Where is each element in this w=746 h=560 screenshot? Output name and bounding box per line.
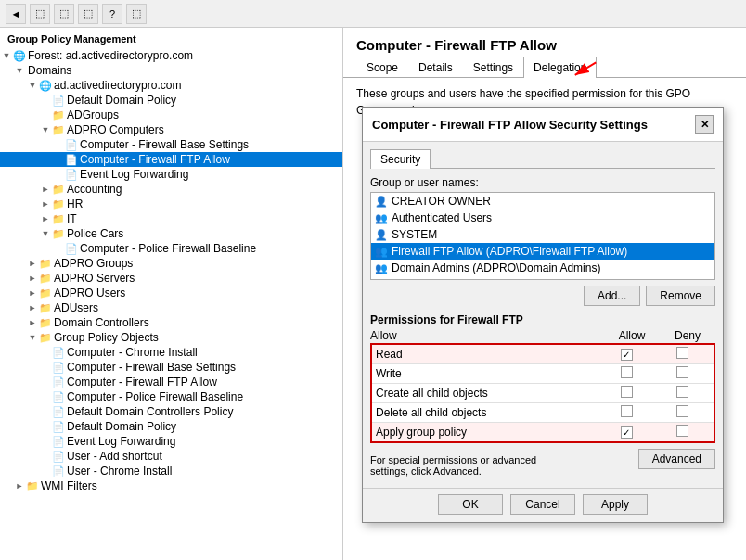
tree-item-gpo-firewall-ftp[interactable]: 📄Computer - Firewall FTP Allow (0, 375, 342, 389)
perm-allow-checkbox[interactable] (621, 426, 633, 439)
dialog-tabs: Security (370, 149, 715, 169)
toolbar-btn-1[interactable]: ⬚ (30, 4, 50, 24)
user-list-item[interactable]: 👤SYSTEM (371, 226, 714, 243)
tree-item-gpo-police[interactable]: 📄Computer - Police Firewall Baseline (0, 389, 342, 404)
cancel-button[interactable]: Cancel (510, 494, 575, 515)
tree-icon-adgroups: 📁 (52, 109, 65, 121)
tree-icon-gpo-event-log: 📄 (52, 436, 65, 448)
tree-item-forest[interactable]: ▼🌐Forest: ad.activedirectorypro.com (0, 48, 342, 63)
tree-item-gpo-default-dc[interactable]: 📄Default Domain Controllers Policy (0, 404, 342, 419)
tree-item-gpo-firewall-base[interactable]: 📄Computer - Firewall Base Settings (0, 360, 342, 375)
tree-label-it: IT (67, 212, 77, 225)
perm-allow-checkbox[interactable] (621, 349, 633, 361)
perm-deny-checkbox[interactable] (676, 347, 688, 359)
tree-item-gpo-user-chrome[interactable]: 📄User - Chrome Install (0, 464, 342, 478)
perm-deny-cell (654, 366, 710, 381)
tree-expand-hr[interactable]: ► (39, 199, 52, 209)
tree-item-police-cars[interactable]: ▼📁Police Cars (0, 226, 342, 241)
user-list: 👤CREATOR OWNER👥Authenticated Users👤SYSTE… (370, 192, 715, 280)
tree-label-domains: Domains (28, 64, 71, 77)
perm-deny-checkbox[interactable] (676, 425, 688, 437)
user-list-item[interactable]: 👥Domain Admins (ADPRO\Domain Admins) (371, 260, 714, 276)
tree-item-gpo-chrome[interactable]: 📄Computer - Chrome Install (0, 345, 342, 360)
tree-label-gpo-default-domain: Default Domain Policy (67, 420, 176, 433)
dialog-tab-security[interactable]: Security (370, 149, 431, 169)
tree-expand-ad[interactable]: ▼ (26, 81, 39, 90)
tree-item-ad[interactable]: ▼🌐ad.activedirectorypro.com (0, 78, 342, 93)
tree-icon-gpo-default-domain: 📄 (52, 421, 65, 433)
user-list-item[interactable]: 👤CREATOR OWNER (371, 193, 714, 210)
perm-deny-cell (654, 347, 710, 362)
tree-item-adgroups[interactable]: 📁ADGroups (0, 108, 342, 122)
tree-icon-ad: 🌐 (39, 80, 52, 92)
user-list-item[interactable]: 👥Authenticated Users (371, 210, 714, 226)
tree-icon-wmi-filters: 📁 (26, 480, 39, 492)
add-remove-buttons: Add... Remove (370, 286, 715, 306)
tree-item-computer-police-baseline[interactable]: 📄Computer - Police Firewall Baseline (0, 241, 342, 256)
tree-item-adpro-groups[interactable]: ►📁ADPRO Groups (0, 256, 342, 271)
tree-item-domain-controllers[interactable]: ►📁Domain Controllers (0, 315, 342, 330)
group-user-label: Group or user names: (370, 176, 715, 189)
tree-expand-domains[interactable]: ▼ (13, 66, 26, 75)
tree-label-gpo-event-log: Event Log Forwarding (67, 435, 175, 448)
tree-item-event-log[interactable]: 📄Event Log Forwarding (0, 167, 342, 182)
tree-item-computer-firewall-base[interactable]: 📄Computer - Firewall Base Settings (0, 137, 342, 152)
tree-item-default-domain[interactable]: 📄Default Domain Policy (0, 93, 342, 108)
tree-item-gpo-user-add[interactable]: 📄User - Add shortcut (0, 449, 342, 464)
tree-expand-it[interactable]: ► (39, 214, 52, 223)
user-icon: 👤 (375, 196, 388, 208)
tree-item-adpro-computers[interactable]: ▼📁ADPRO Computers (0, 122, 342, 137)
tree-item-accounting[interactable]: ►📁Accounting (0, 182, 342, 197)
toolbar-btn-3[interactable]: ⬚ (78, 4, 98, 24)
perm-allow-checkbox[interactable] (621, 366, 633, 378)
tree-expand-adpro-computers[interactable]: ▼ (39, 125, 52, 134)
add-button[interactable]: Add... (584, 286, 640, 306)
perm-deny-checkbox[interactable] (676, 405, 688, 417)
tree-expand-domain-controllers[interactable]: ► (26, 318, 39, 327)
tree-expand-adpro-groups[interactable]: ► (26, 259, 39, 268)
tab-details[interactable]: Details (408, 57, 463, 78)
perm-allow-checkbox[interactable] (621, 386, 633, 398)
user-list-item[interactable]: 👥Firewall FTP Allow (ADPRO\Firewall FTP … (371, 243, 714, 260)
tree-item-group-policy-objects[interactable]: ▼📁Group Policy Objects (0, 330, 342, 345)
tree-item-adpro-servers[interactable]: ►📁ADPRO Servers (0, 271, 342, 286)
perm-deny-checkbox[interactable] (676, 386, 688, 398)
tree-item-computer-firewall-ftp[interactable]: 📄Computer - Firewall FTP Allow (0, 152, 342, 167)
ok-button[interactable]: OK (438, 494, 503, 515)
tree-item-domains[interactable]: ▼Domains (0, 63, 342, 78)
tree-item-gpo-default-domain[interactable]: 📄Default Domain Policy (0, 419, 342, 434)
perm-allow-checkbox[interactable] (621, 405, 633, 417)
tree-label-computer-police-baseline: Computer - Police Firewall Baseline (80, 242, 256, 255)
perm-name: Create all child objects (376, 387, 598, 400)
tree-item-adpro-users[interactable]: ►📁ADPRO Users (0, 286, 342, 300)
tree-item-hr[interactable]: ►📁HR (0, 197, 342, 211)
tree-expand-police-cars[interactable]: ▼ (39, 229, 52, 238)
toolbar-btn-2[interactable]: ⬚ (54, 4, 74, 24)
remove-button[interactable]: Remove (646, 286, 715, 306)
apply-button[interactable]: Apply (583, 494, 648, 515)
tree-item-wmi-filters[interactable]: ►📁WMI Filters (0, 478, 342, 493)
tab-scope[interactable]: Scope (356, 57, 408, 78)
perm-name: Apply group policy (376, 426, 598, 439)
tree-expand-adpro-users[interactable]: ► (26, 288, 39, 298)
back-button[interactable]: ◄ (6, 4, 26, 24)
tree-expand-forest[interactable]: ▼ (0, 51, 13, 60)
tree-expand-adusers[interactable]: ► (26, 303, 39, 312)
advanced-button[interactable]: Advanced (638, 449, 715, 469)
tree-item-gpo-event-log[interactable]: 📄Event Log Forwarding (0, 434, 342, 449)
tree-expand-wmi-filters[interactable]: ► (13, 481, 26, 490)
toolbar-btn-4[interactable]: ⬚ (126, 4, 147, 24)
perm-name: Write (376, 367, 598, 380)
tree-expand-accounting[interactable]: ► (39, 185, 52, 194)
tree-expand-adpro-servers[interactable]: ► (26, 274, 39, 283)
help-button[interactable]: ? (102, 4, 122, 24)
dialog-close-button[interactable]: ✕ (695, 115, 714, 134)
tab-settings[interactable]: Settings (463, 57, 523, 78)
tree-label-default-domain: Default Domain Policy (67, 94, 176, 107)
tree-expand-group-policy-objects[interactable]: ▼ (26, 333, 39, 342)
tree-label-gpo-default-dc: Default Domain Controllers Policy (67, 405, 233, 418)
tree-icon-adpro-servers: 📁 (39, 273, 52, 285)
tree-item-adusers[interactable]: ►📁ADUsers (0, 300, 342, 315)
perm-deny-checkbox[interactable] (676, 366, 688, 378)
tree-item-it[interactable]: ►📁IT (0, 211, 342, 226)
